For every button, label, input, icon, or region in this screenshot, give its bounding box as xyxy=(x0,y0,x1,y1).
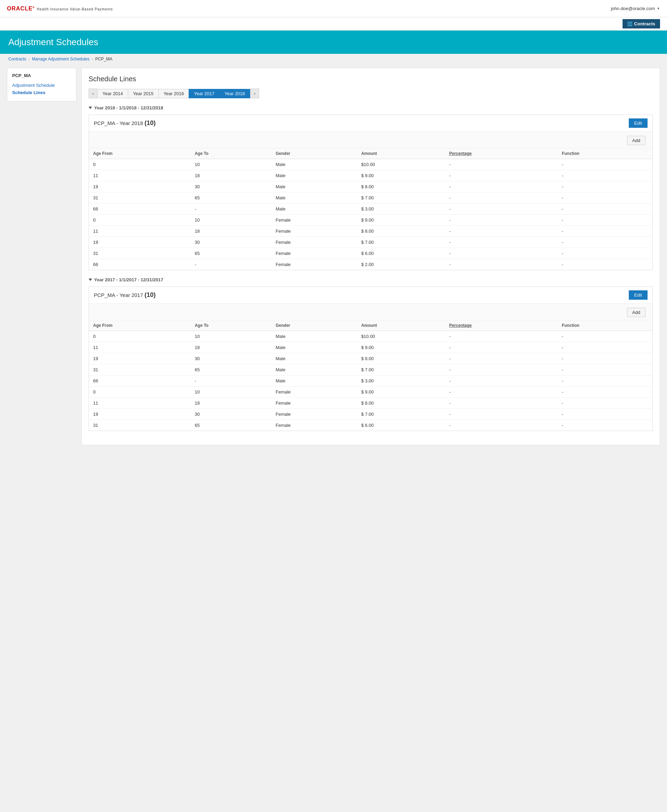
col-gender-2018: Gender xyxy=(271,148,357,159)
app-subtitle-nav: Health Insurance Value-Based Payments xyxy=(37,7,113,11)
breadcrumb-sep2: - xyxy=(92,56,93,61)
breadcrumb-sep1: - xyxy=(28,56,30,61)
year-2017-table: Age From Age To Gender Amount Percentage… xyxy=(89,320,652,431)
contracts-button[interactable]: Contracts xyxy=(622,19,660,28)
year-2017-add-button[interactable]: Add xyxy=(627,308,645,317)
cell-age_from: 31 xyxy=(89,248,190,259)
cell-function: - xyxy=(557,375,652,386)
year-2018-add-button[interactable]: Add xyxy=(627,136,645,145)
cell-function: - xyxy=(557,386,652,398)
year-tab-2017[interactable]: Year 2017 xyxy=(189,89,219,98)
cell-gender: Female xyxy=(271,386,357,398)
cell-age_from: 19 xyxy=(89,409,190,420)
cell-percentage: - xyxy=(445,237,557,248)
year-2017-collapse-arrow[interactable] xyxy=(89,278,92,281)
cell-amount: $ 2.00 xyxy=(357,259,445,270)
year-tab-prev[interactable]: ‹ xyxy=(89,89,98,98)
page-header: Adjustment Schedules xyxy=(0,31,667,54)
sidebar-item-schedule-lines[interactable]: Schedule Lines xyxy=(12,89,71,96)
cell-function: - xyxy=(557,159,652,170)
table-row: 010Female$ 9.00-- xyxy=(89,386,652,398)
user-area: john.doe@oracle.com ▼ xyxy=(611,6,660,11)
breadcrumb-contracts-link[interactable]: Contracts xyxy=(8,56,26,61)
cell-age_to: 18 xyxy=(190,342,271,353)
cell-gender: Male xyxy=(271,375,357,386)
cell-age_from: 66 xyxy=(89,259,190,270)
cell-function: - xyxy=(557,353,652,364)
cell-age_from: 66 xyxy=(89,204,190,215)
year-2017-table-header: PCP_MA - Year 2017 (10) Edit xyxy=(89,287,652,303)
cell-amount: $10.00 xyxy=(357,159,445,170)
user-dropdown-icon[interactable]: ▼ xyxy=(657,7,660,10)
cell-age_to: 30 xyxy=(190,237,271,248)
year-tab-2014[interactable]: Year 2014 xyxy=(97,89,128,98)
cell-amount: $ 7.00 xyxy=(357,192,445,204)
contracts-bars-icon xyxy=(627,22,632,26)
cell-percentage: - xyxy=(445,248,557,259)
cell-amount: $ 9.00 xyxy=(357,170,445,181)
cell-age_from: 0 xyxy=(89,159,190,170)
cell-age_to: 18 xyxy=(190,170,271,181)
cell-function: - xyxy=(557,259,652,270)
cell-gender: Male xyxy=(271,364,357,375)
breadcrumb-manage-link[interactable]: Manage Adjustment Schedules xyxy=(32,56,89,61)
cell-age_to: 18 xyxy=(190,226,271,237)
user-email: john.doe@oracle.com xyxy=(611,6,655,11)
cell-amount: $ 3.00 xyxy=(357,375,445,386)
cell-amount: $ 6.00 xyxy=(357,248,445,259)
top-nav: ORACLE® Health Insurance Value-Based Pay… xyxy=(0,0,667,17)
cell-percentage: - xyxy=(445,353,557,364)
cell-percentage: - xyxy=(445,420,557,431)
cell-age_from: 11 xyxy=(89,398,190,409)
year-2018-edit-button[interactable]: Edit xyxy=(629,118,647,128)
year-tab-2015[interactable]: Year 2015 xyxy=(128,89,159,98)
table-row: 1118Female$ 8.00-- xyxy=(89,226,652,237)
cell-gender: Female xyxy=(271,409,357,420)
year-tabs: ‹ Year 2014 Year 2015 Year 2016 Year 201… xyxy=(89,89,653,98)
cell-age_to: 30 xyxy=(190,353,271,364)
cell-gender: Male xyxy=(271,204,357,215)
cell-gender: Male xyxy=(271,353,357,364)
year-tab-next[interactable]: › xyxy=(250,89,259,98)
cell-gender: Male xyxy=(271,181,357,192)
col-amount-2018: Amount xyxy=(357,148,445,159)
cell-gender: Female xyxy=(271,215,357,226)
table-row: 1930Male$ 8.00-- xyxy=(89,181,652,192)
cell-function: - xyxy=(557,364,652,375)
table-row: 66-Female$ 2.00-- xyxy=(89,259,652,270)
cell-amount: $ 6.00 xyxy=(357,420,445,431)
cell-amount: $ 7.00 xyxy=(357,409,445,420)
sidebar-group-title: PCP_MA xyxy=(12,73,71,78)
cell-percentage: - xyxy=(445,204,557,215)
cell-amount: $ 3.00 xyxy=(357,204,445,215)
cell-amount: $10.00 xyxy=(357,331,445,342)
year-tab-2018[interactable]: Year 2018 xyxy=(219,89,250,98)
cell-amount: $ 7.00 xyxy=(357,364,445,375)
col-age-from-2018: Age From xyxy=(89,148,190,159)
table-row: 010Female$ 9.00-- xyxy=(89,215,652,226)
cell-age_to: 65 xyxy=(190,420,271,431)
cell-amount: $ 9.00 xyxy=(357,342,445,353)
cell-function: - xyxy=(557,248,652,259)
cell-function: - xyxy=(557,398,652,409)
table-row: 010Male$10.00-- xyxy=(89,159,652,170)
col-function-2018: Function xyxy=(557,148,652,159)
cell-gender: Female xyxy=(271,398,357,409)
year-2018-table-title: PCP_MA - Year 2018 (10) xyxy=(94,119,156,127)
cell-age_to: - xyxy=(190,375,271,386)
year-tab-2016[interactable]: Year 2016 xyxy=(158,89,189,98)
sidebar-item-adjustment-schedule[interactable]: Adjustment Schedule xyxy=(12,81,71,89)
oracle-logo: ORACLE® Health Insurance Value-Based Pay… xyxy=(7,5,113,12)
table-row: 3165Female$ 6.00-- xyxy=(89,248,652,259)
cell-gender: Male xyxy=(271,159,357,170)
year-2017-table-header-row: Age From Age To Gender Amount Percentage… xyxy=(89,320,652,331)
cell-gender: Female xyxy=(271,237,357,248)
cell-percentage: - xyxy=(445,192,557,204)
cell-percentage: - xyxy=(445,259,557,270)
year-2018-collapse-arrow[interactable] xyxy=(89,107,92,109)
year-2017-edit-button[interactable]: Edit xyxy=(629,290,647,300)
cell-amount: $ 7.00 xyxy=(357,237,445,248)
cell-gender: Female xyxy=(271,248,357,259)
year-2018-add-row: Add xyxy=(89,132,652,148)
cell-percentage: - xyxy=(445,375,557,386)
